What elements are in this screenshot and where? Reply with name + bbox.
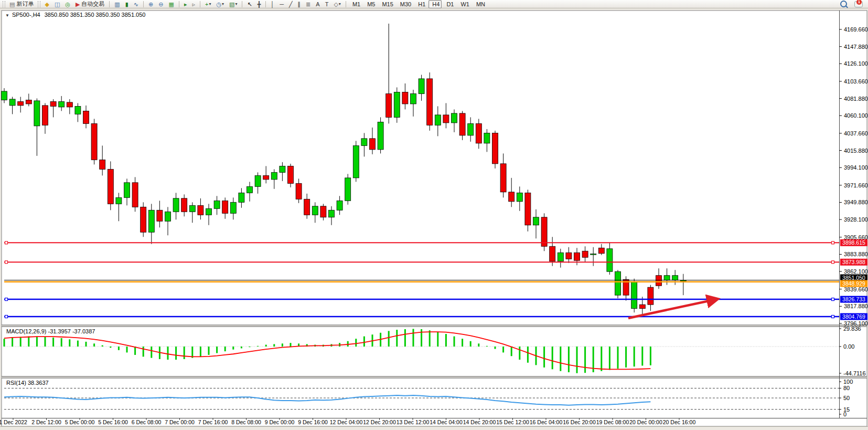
candle [141,207,146,232]
candle [509,192,515,202]
price-tick-label: 3994.100 [844,164,868,171]
time-label: 19 Dec 08:00 [596,419,629,425]
candle [378,122,383,149]
line-handle[interactable] [832,298,834,301]
price-tick-label: 4169.660 [844,26,868,33]
price-label-text: 3848.929 [842,280,865,287]
price-tick-label: 3817.880 [844,303,868,309]
price-tick-label: 3862.100 [844,268,868,275]
candle [361,139,367,145]
line-handle[interactable] [5,261,8,264]
time-label: 6 Dec 08:00 [132,419,162,425]
candle [132,183,138,207]
candle [452,113,457,123]
bottom-strip [0,426,868,430]
rsi-axis-label: 0 [843,411,846,417]
candle [411,93,416,103]
price-tick-label: 4147.880 [844,44,868,50]
candle [435,115,441,125]
candle [582,251,588,257]
candle [443,115,449,123]
price-tick-label: 4103.660 [844,78,868,85]
candle [42,106,48,125]
candle [263,175,269,179]
candle [206,208,212,215]
candle [427,79,433,125]
candle [304,199,310,215]
candle [271,172,277,179]
time-label: 14 Dec 04:00 [430,419,463,425]
price-label-text: 3873.988 [842,259,865,265]
candle [165,212,171,221]
candle [173,198,179,212]
time-label: 12 Dec 04:00 [330,419,363,425]
line-handle[interactable] [832,316,834,318]
chart-window [2,11,867,426]
candle [329,210,335,217]
candle [247,186,253,193]
candle [198,205,203,215]
line-handle[interactable] [5,242,8,244]
price-tick-label: 3839.660 [844,286,868,292]
price-label-text: 3898.615 [842,239,865,246]
candle [280,166,285,172]
candle [312,206,318,215]
candle [320,206,326,217]
price-tick-label: 3883.880 [844,251,868,257]
candle [181,198,187,212]
time-label: 16 Dec 20:00 [563,419,596,425]
candle [157,210,163,221]
candle [500,164,506,192]
candle [672,276,678,280]
price-label-text: 3804.769 [842,313,865,320]
price-tick-label: 3949.880 [844,199,868,205]
ohlc-values: 3850.850 3851.350 3850.350 3851.050 [45,12,146,18]
candle [83,111,89,123]
candle [648,287,653,305]
candle [574,253,580,260]
time-label: 9 Dec 00:00 [265,419,295,425]
candle [296,183,302,199]
price-tick-label: 4126.100 [844,60,868,67]
time-label: 1 Dec 2022 [0,419,27,425]
price-tick-label: 4060.100 [844,112,868,119]
line-handle[interactable] [832,261,834,264]
line-handle[interactable] [5,316,8,318]
time-label: 5 Dec 16:00 [98,419,128,425]
chevron-down-icon[interactable]: ▼ [5,13,9,18]
line-handle[interactable] [832,242,834,244]
time-label: 14 Dec 20:00 [463,419,496,425]
candle [468,123,474,135]
candle [9,99,15,106]
candle [239,193,244,202]
candle [34,101,40,126]
rsi-axis-label: 50 [843,395,850,401]
price-tick-label: 3928.100 [844,216,868,223]
candle [402,92,408,103]
time-label: 7 Dec 16:00 [198,419,228,425]
candle [345,178,351,201]
line-handle[interactable] [5,298,8,301]
chart-window-header: ▼SP500-,H43850.850 3851.350 3850.350 385… [5,12,145,18]
rsi-axis-label: 100 [843,379,853,385]
time-label: 15 Dec 12:00 [496,419,529,425]
candle [394,92,400,117]
candle [337,201,342,210]
time-label: 5 Dec 00:00 [65,419,95,425]
candle [91,123,97,160]
candle [476,123,481,143]
candle [664,276,670,280]
candle [288,166,294,183]
candle [370,139,376,150]
time-label: 13 Dec 12:00 [397,419,430,425]
candle [50,101,56,106]
candle [525,193,531,225]
candle [255,175,261,186]
macd-axis-label: -44.7116 [843,370,866,376]
time-label: 20 Dec 00:00 [629,419,662,425]
time-label: 16 Dec 04:00 [530,419,563,425]
candle [67,102,72,107]
candle [459,113,465,135]
candle [108,169,113,204]
candle [18,101,24,105]
